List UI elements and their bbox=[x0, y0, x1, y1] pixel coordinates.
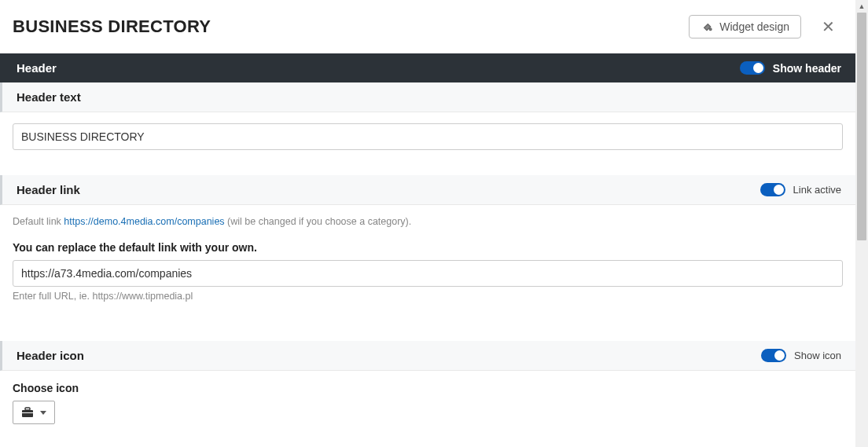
link-hint: Enter full URL, ie. https://www.tipmedia… bbox=[13, 291, 843, 302]
choose-icon-label: Choose icon bbox=[13, 382, 843, 394]
default-link-url[interactable]: https://demo.4media.com/companies bbox=[64, 216, 224, 227]
link-active-toggle-label: Link active bbox=[793, 184, 841, 196]
show-header-toggle[interactable] bbox=[740, 61, 765, 75]
close-button[interactable]: ✕ bbox=[814, 14, 843, 39]
section-header-link: Header link Link active bbox=[0, 175, 855, 205]
section-header: Header Show header bbox=[0, 53, 855, 82]
section-header-title: Header bbox=[17, 61, 57, 75]
svg-rect-1 bbox=[22, 410, 33, 417]
scrollbar[interactable]: ▲ bbox=[855, 0, 868, 447]
section-header-icon-title: Header icon bbox=[17, 349, 84, 362]
link-active-toggle[interactable] bbox=[760, 183, 785, 196]
briefcase-icon bbox=[21, 407, 34, 418]
section-header-text-title: Header text bbox=[17, 90, 81, 104]
chevron-down-icon bbox=[40, 411, 46, 415]
widget-design-button[interactable]: Widget design bbox=[689, 15, 801, 38]
replace-link-label: You can replace the default link with yo… bbox=[13, 241, 843, 254]
svg-rect-2 bbox=[25, 408, 30, 410]
scrollbar-up-icon: ▲ bbox=[855, 0, 868, 13]
show-icon-toggle[interactable] bbox=[761, 349, 786, 362]
section-header-icon: Header icon Show icon bbox=[0, 341, 855, 371]
show-icon-toggle-label: Show icon bbox=[794, 350, 841, 361]
default-link-text: Default link https://demo.4media.com/com… bbox=[13, 216, 843, 227]
svg-point-0 bbox=[710, 28, 712, 31]
widget-design-label: Widget design bbox=[719, 20, 789, 33]
header-link-input[interactable] bbox=[13, 260, 843, 287]
section-header-text: Header text bbox=[0, 82, 855, 112]
show-header-toggle-label: Show header bbox=[773, 62, 841, 75]
page-title: BUSINESS DIRECTORY bbox=[13, 16, 211, 37]
header-text-input[interactable] bbox=[13, 123, 843, 150]
scrollbar-thumb[interactable] bbox=[857, 13, 866, 240]
close-icon: ✕ bbox=[822, 18, 835, 35]
paint-bucket-icon bbox=[701, 20, 713, 33]
icon-dropdown[interactable] bbox=[13, 401, 55, 424]
svg-rect-3 bbox=[22, 412, 33, 413]
section-header-link-title: Header link bbox=[17, 183, 80, 196]
